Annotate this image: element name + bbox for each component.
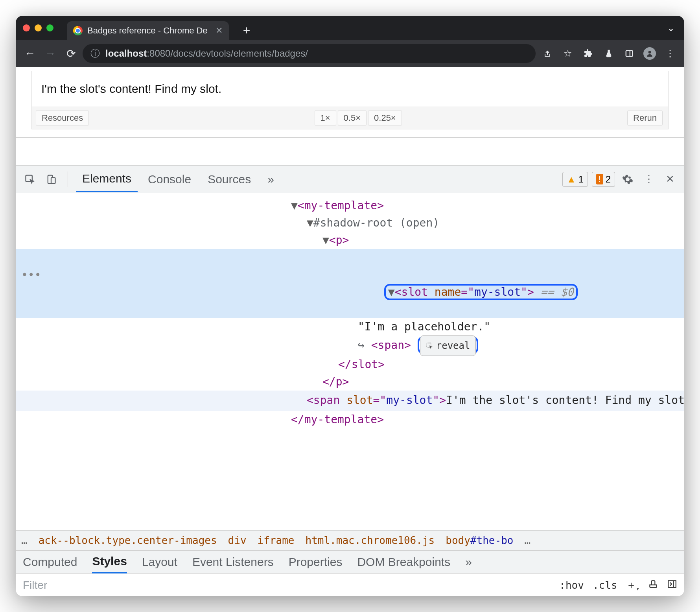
tree-placeholder-text[interactable]: "I'm a placeholder." (358, 320, 490, 333)
cls-button[interactable]: .cls (593, 579, 617, 591)
subtab-more-icon[interactable]: » (465, 555, 472, 569)
subtab-styles[interactable]: Styles (92, 555, 127, 573)
tree-p-open[interactable]: <p> (329, 234, 349, 247)
tree-my-template-close[interactable]: </my-template> (291, 413, 384, 426)
error-icon: ! (596, 174, 603, 184)
svg-rect-8 (668, 581, 676, 587)
tree-span-slot-row[interactable]: <span slot="my-slot">I'm the slot's cont… (16, 391, 684, 411)
settings-gear-icon[interactable] (619, 171, 636, 188)
device-toggle-icon[interactable] (42, 171, 60, 188)
tab-list-chevron-icon[interactable]: ⌄ (667, 22, 675, 33)
url-host: localhost (105, 48, 147, 59)
subtab-dom-breakpoints[interactable]: DOM Breakpoints (357, 555, 450, 569)
crumb-more-right[interactable]: … (524, 535, 531, 546)
side-panel-icon[interactable] (621, 45, 638, 62)
maximize-window-icon[interactable] (46, 24, 53, 31)
subtab-properties[interactable]: Properties (289, 555, 343, 569)
crumb-2[interactable]: div (228, 535, 247, 546)
site-info-icon[interactable]: ⓘ (90, 47, 100, 60)
reveal-badge[interactable]: reveal (420, 335, 476, 356)
close-tab-icon[interactable]: ✕ (216, 26, 223, 36)
tab-console[interactable]: Console (142, 167, 197, 192)
zoom-1x-button[interactable]: 1× (315, 110, 336, 126)
url-port: :8080 (147, 48, 170, 59)
elements-breadcrumb[interactable]: … ack--block.type.center-images div ifra… (16, 530, 684, 551)
more-tabs-icon[interactable]: » (261, 167, 280, 192)
styles-subtabs: Computed Styles Layout Event Listeners P… (16, 551, 684, 573)
forward-button[interactable]: → (42, 45, 59, 62)
computed-panel-toggle-icon[interactable] (667, 579, 677, 592)
crumb-more-left[interactable]: … (21, 535, 28, 546)
svg-rect-0 (626, 51, 633, 57)
subtab-computed[interactable]: Computed (23, 555, 77, 569)
profile-avatar[interactable] (641, 45, 658, 62)
close-devtools-icon[interactable]: ✕ (661, 171, 679, 188)
inspect-element-icon[interactable] (21, 171, 39, 188)
crumb-1[interactable]: ack--block.type.center-images (39, 535, 217, 546)
close-window-icon[interactable] (23, 24, 30, 31)
paint-brush-icon[interactable] (648, 579, 658, 592)
extensions-icon[interactable] (580, 45, 597, 62)
tree-my-template-open[interactable]: <my-template> (298, 199, 384, 212)
crumb-3[interactable]: iframe (258, 535, 295, 546)
tree-p-close[interactable]: </p> (322, 375, 349, 388)
devtools-toolbar: Elements Console Sources » ▲1 !2 ⋮ ✕ (16, 166, 684, 193)
subtab-layout[interactable]: Layout (142, 555, 177, 569)
url-path: /docs/devtools/elements/badges/ (170, 48, 308, 59)
address-bar[interactable]: ⓘ localhost:8080/docs/devtools/elements/… (83, 44, 536, 63)
reload-button[interactable]: ⟳ (62, 45, 79, 62)
svg-rect-5 (51, 177, 55, 183)
tab-elements[interactable]: Elements (76, 166, 138, 192)
window-titlebar: Badges reference - Chrome De ✕ ＋ ⌄ (16, 16, 684, 40)
tree-span-ref[interactable]: <span> (371, 339, 411, 352)
elements-tree[interactable]: ▼<my-template> ▼#shadow-root (open) ▼<p>… (16, 193, 684, 530)
svg-point-2 (648, 51, 651, 53)
new-style-rule-icon[interactable]: ＋▾ (626, 578, 639, 592)
page-main-text: I'm the slot's content! Find my slot. (32, 71, 668, 107)
page-controls: Resources 1× 0.5× 0.25× Rerun (32, 107, 668, 129)
subtab-event-listeners[interactable]: Event Listeners (192, 555, 274, 569)
tree-slot-close[interactable]: </slot> (338, 358, 385, 371)
tree-shadow-root[interactable]: #shadow-root (open) (313, 216, 439, 229)
overflow-menu-icon[interactable]: ⋮ (661, 45, 679, 62)
hov-button[interactable]: :hov (559, 579, 584, 591)
browser-tab[interactable]: Badges reference - Chrome De ✕ (67, 21, 229, 40)
minimize-window-icon[interactable] (35, 24, 42, 31)
share-icon[interactable] (539, 45, 556, 62)
browser-toolbar: ← → ⟳ ⓘ localhost:8080/docs/devtools/ele… (16, 40, 684, 67)
page-content: I'm the slot's content! Find my slot. Re… (16, 67, 684, 138)
devtools-panel: Elements Console Sources » ▲1 !2 ⋮ ✕ ▼<m… (16, 165, 684, 596)
bookmark-icon[interactable]: ☆ (559, 45, 577, 62)
tab-sources[interactable]: Sources (201, 167, 257, 192)
errors-badge[interactable]: !2 (592, 172, 615, 187)
tree-slot-row[interactable]: ••• ▼<slot name="my-slot"> == $0 (16, 249, 684, 318)
crumb-4[interactable]: html.mac.chrome106.js (306, 535, 435, 546)
warnings-badge[interactable]: ▲1 (562, 172, 588, 187)
tab-title: Badges reference - Chrome De (87, 26, 208, 36)
zoom-025x-button[interactable]: 0.25× (368, 110, 402, 126)
resources-button[interactable]: Resources (36, 110, 89, 126)
crumb-5[interactable]: body#the-bo (446, 535, 513, 546)
row-actions-icon[interactable]: ••• (21, 266, 41, 284)
new-tab-button[interactable]: ＋ (241, 22, 252, 38)
traffic-lights (23, 24, 53, 31)
warning-icon: ▲ (567, 174, 576, 185)
styles-filter-bar: :hov .cls ＋▾ (16, 573, 684, 596)
back-button[interactable]: ← (21, 45, 39, 62)
labs-icon[interactable] (600, 45, 617, 62)
rerun-button[interactable]: Rerun (627, 110, 663, 126)
zoom-05x-button[interactable]: 0.5× (338, 110, 367, 126)
kebab-menu-icon[interactable]: ⋮ (640, 171, 658, 188)
styles-filter-input[interactable] (23, 579, 551, 592)
chrome-icon (73, 26, 83, 35)
